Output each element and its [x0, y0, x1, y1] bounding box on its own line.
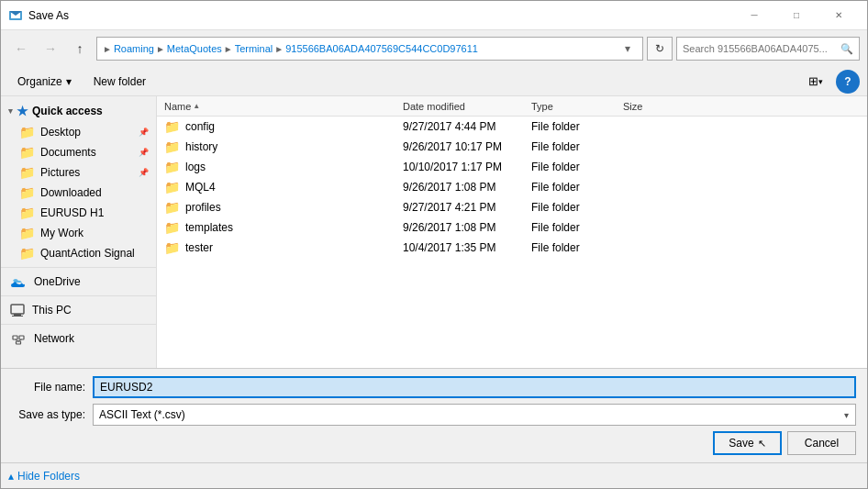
computer-icon: [10, 304, 25, 317]
back-button[interactable]: ←: [8, 36, 34, 61]
sidebar-item-my-work[interactable]: 📁 My Work: [1, 223, 156, 243]
refresh-button[interactable]: ↻: [647, 37, 673, 61]
quick-access-section: ▾ ★ Quick access 📁 Desktop 📌 📁 Documents…: [1, 100, 156, 263]
folder-icon: 📁: [164, 240, 180, 255]
save-type-wrapper: ASCII Text (*.csv) CSV (Comma delimited)…: [93, 404, 856, 426]
help-button[interactable]: ?: [836, 70, 860, 94]
sidebar: ▾ ★ Quick access 📁 Desktop 📌 📁 Documents…: [1, 96, 157, 368]
address-bar[interactable]: ► Roaming ► MetaQuotes ► Terminal ► 9155…: [96, 37, 643, 61]
sidebar-item-quantaction[interactable]: 📁 QuantAction Signal: [1, 243, 156, 263]
filename-label: File name:: [12, 381, 85, 394]
forward-button[interactable]: →: [38, 36, 63, 61]
view-toggle-button[interactable]: ⊞ ▾: [803, 70, 829, 94]
column-type-header[interactable]: Type: [531, 101, 623, 112]
search-icon: 🔍: [840, 43, 853, 55]
file-name-text: config: [185, 120, 215, 133]
folder-icon: 📁: [19, 246, 35, 261]
sidebar-divider-1: [1, 267, 156, 268]
breadcrumb-terminal[interactable]: Terminal: [235, 43, 273, 54]
window-icon: [8, 8, 23, 23]
svg-rect-6: [13, 336, 17, 339]
svg-rect-8: [17, 341, 21, 344]
network-label: Network: [34, 332, 74, 345]
file-date: 9/26/2017 1:08 PM: [403, 221, 531, 234]
folder-icon: 📁: [19, 125, 35, 139]
table-row[interactable]: 📁 config 9/27/2017 4:44 PM File folder: [157, 117, 867, 137]
title-bar: Save As ─ □ ✕: [1, 1, 867, 30]
folder-icon: 📁: [164, 139, 180, 154]
address-row: ← → ↑ ► Roaming ► MetaQuotes ► Terminal …: [1, 30, 867, 67]
folder-icon: 📁: [19, 185, 35, 200]
file-type: File folder: [531, 120, 623, 133]
toolbar: Organize ▾ New folder ⊞ ▾ ?: [1, 67, 867, 96]
svg-rect-3: [11, 305, 24, 314]
file-type: File folder: [531, 241, 623, 254]
cancel-button[interactable]: Cancel: [787, 431, 856, 455]
quick-access-header[interactable]: ▾ ★ Quick access: [1, 100, 156, 122]
column-name-header[interactable]: Name ▲: [164, 101, 403, 112]
search-box[interactable]: 🔍: [676, 37, 860, 61]
maximize-button[interactable]: □: [775, 1, 818, 30]
network-icon: [10, 332, 27, 345]
file-date: 9/27/2017 4:21 PM: [403, 201, 531, 214]
sidebar-item-documents[interactable]: 📁 Documents 📌: [1, 142, 156, 162]
sidebar-item-network[interactable]: Network: [1, 328, 156, 349]
table-row[interactable]: 📁 tester 10/4/2017 1:35 PM File folder: [157, 238, 867, 258]
table-row[interactable]: 📁 MQL4 9/26/2017 1:08 PM File folder: [157, 177, 867, 197]
window-title: Save As: [28, 9, 733, 22]
minimize-button[interactable]: ─: [733, 1, 775, 30]
file-name-text: tester: [185, 241, 213, 254]
table-row[interactable]: 📁 history 9/26/2017 10:17 PM File folder: [157, 137, 867, 157]
close-button[interactable]: ✕: [818, 1, 860, 30]
breadcrumb-roaming[interactable]: Roaming: [114, 43, 154, 54]
sidebar-item-onedrive[interactable]: OneDrive: [1, 272, 156, 292]
sidebar-item-pictures[interactable]: 📁 Pictures 📌: [1, 162, 156, 183]
sidebar-item-eurusd-h1[interactable]: 📁 EURUSD H1: [1, 203, 156, 223]
sidebar-item-downloaded[interactable]: 📁 Downloaded: [1, 183, 156, 203]
hide-folders-bar[interactable]: ▴ Hide Folders: [1, 462, 867, 488]
file-date: 10/10/2017 1:17 PM: [403, 161, 531, 173]
view-dropdown-arrow: ▾: [818, 77, 823, 86]
column-date-header[interactable]: Date modified: [403, 101, 531, 112]
filename-input[interactable]: [93, 376, 856, 398]
file-date: 9/27/2017 4:44 PM: [403, 120, 531, 133]
file-date: 9/26/2017 1:08 PM: [403, 181, 531, 194]
breadcrumb-metaquotes[interactable]: MetaQuotes: [167, 43, 222, 54]
new-folder-button[interactable]: New folder: [84, 70, 155, 94]
svg-rect-7: [19, 336, 24, 339]
file-list-header: Name ▲ Date modified Type Size: [157, 96, 867, 117]
file-name-text: profiles: [185, 201, 221, 214]
sidebar-item-desktop[interactable]: 📁 Desktop 📌: [1, 122, 156, 142]
sidebar-divider-3: [1, 324, 156, 325]
table-row[interactable]: 📁 logs 10/10/2017 1:17 PM File folder: [157, 157, 867, 177]
pin-icon: 📌: [139, 128, 149, 137]
file-name-text: history: [185, 140, 217, 153]
view-icon: ⊞: [808, 74, 818, 88]
file-type: File folder: [531, 161, 623, 173]
folder-icon: 📁: [164, 160, 180, 174]
file-name-text: MQL4: [185, 181, 216, 194]
folder-icon: 📁: [164, 200, 180, 215]
sidebar-divider-2: [1, 295, 156, 296]
onedrive-label: OneDrive: [34, 275, 81, 288]
breadcrumb-folder[interactable]: 915566BA06ADA407569C544CC0D97611: [285, 43, 478, 54]
table-row[interactable]: 📁 profiles 9/27/2017 4:21 PM File folder: [157, 197, 867, 217]
organize-button[interactable]: Organize ▾: [8, 70, 81, 94]
table-row[interactable]: 📁 templates 9/26/2017 1:08 PM File folde…: [157, 217, 867, 238]
cursor-indicator: ↖: [758, 438, 766, 450]
folder-icon: 📁: [164, 220, 180, 235]
search-input[interactable]: [683, 43, 837, 54]
folder-icon: 📁: [164, 119, 180, 134]
folder-icon: 📁: [19, 206, 35, 220]
folder-icon: 📁: [19, 165, 35, 180]
up-button[interactable]: ↑: [67, 36, 93, 61]
sidebar-item-this-pc[interactable]: This PC: [1, 300, 156, 320]
quick-access-arrow: ▾: [8, 106, 13, 116]
file-type: File folder: [531, 201, 623, 214]
address-dropdown[interactable]: ▾: [618, 42, 637, 55]
bottom-buttons: Save ↖ Cancel: [12, 431, 856, 455]
save-type-select[interactable]: ASCII Text (*.csv) CSV (Comma delimited)…: [93, 404, 856, 426]
save-button[interactable]: Save ↖: [713, 431, 782, 455]
column-size-header[interactable]: Size: [623, 101, 696, 112]
file-list: Name ▲ Date modified Type Size 📁 config …: [157, 96, 867, 368]
